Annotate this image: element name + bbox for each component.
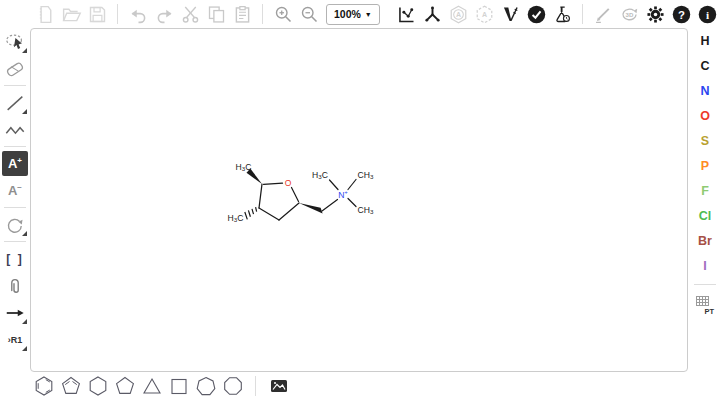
rotate-tool[interactable]	[2, 212, 28, 237]
bond-n-ch3-botright[interactable]	[348, 199, 356, 207]
template-cycloheptane[interactable]	[192, 373, 219, 399]
clean-up-button[interactable]	[419, 1, 445, 27]
bond-o-c5[interactable]	[264, 183, 283, 184]
lasso-select-tool[interactable]	[2, 29, 28, 54]
template-cyclopropane[interactable]	[138, 373, 165, 399]
tool-dropdown-corner	[22, 109, 27, 114]
eraser-tool[interactable]	[2, 56, 28, 81]
rgroup-tool[interactable]: ›R1	[2, 327, 28, 352]
single-bond-tool[interactable]	[2, 90, 28, 115]
charge-minus-tool[interactable]: A−	[2, 178, 28, 203]
element-symbol: F	[701, 184, 709, 198]
attach-paperclip-icon	[4, 275, 26, 297]
help-icon: ?	[671, 4, 692, 25]
bond-n-ch3-topright[interactable]	[348, 180, 356, 190]
atom-ch3-c4[interactable]: H3C	[228, 213, 244, 224]
cut-icon	[180, 4, 201, 25]
cycloheptane-template-icon	[195, 375, 217, 397]
charge-plus-tool[interactable]: A+	[2, 151, 28, 176]
clean-up-icon	[422, 4, 443, 25]
redo-icon	[154, 4, 175, 25]
toolbar-divider	[117, 4, 118, 24]
open-button[interactable]	[58, 1, 84, 27]
element-button-i[interactable]: I	[692, 253, 718, 278]
molecule-bonds[interactable]	[259, 180, 356, 221]
zoom-level-dropdown[interactable]: 100% ▼	[326, 4, 380, 25]
element-button-h[interactable]: H	[692, 28, 718, 53]
atom-n-methyl-left[interactable]: H3C	[312, 170, 328, 181]
element-button-p[interactable]: P	[692, 153, 718, 178]
zoom-out-icon	[299, 4, 320, 25]
copy-button[interactable]	[203, 1, 229, 27]
zoom-in-button[interactable]	[270, 1, 296, 27]
calculated-values-button[interactable]	[549, 1, 575, 27]
element-symbol: P	[701, 159, 709, 173]
bold-wedge-c2-ch2[interactable]	[299, 203, 323, 213]
element-symbol: Br	[698, 234, 712, 248]
template-cyclooctane[interactable]	[219, 373, 246, 399]
chain-tool[interactable]	[2, 117, 28, 142]
atom-n-methyl-topright[interactable]: CH3	[358, 170, 374, 181]
atom-ch3-c5[interactable]: H3C	[236, 162, 252, 173]
hashed-wedge-c4-methyl[interactable]	[245, 207, 257, 219]
3d-viewer-button[interactable]	[590, 1, 616, 27]
about-glyph: i	[705, 8, 708, 20]
undo-button[interactable]	[125, 1, 151, 27]
sgroup-tool[interactable]: [ ]	[2, 246, 28, 271]
cut-button[interactable]	[177, 1, 203, 27]
toolbar-divider	[255, 376, 256, 396]
bond-c4-c5[interactable]	[259, 184, 262, 208]
element-button-br[interactable]: Br	[692, 228, 718, 253]
template-benzene[interactable]	[30, 373, 57, 399]
element-button-f[interactable]: F	[692, 178, 718, 203]
template-cyclopentane[interactable]	[111, 373, 138, 399]
left-tool-rail: A+ A− [ ] ›R1	[0, 28, 30, 353]
template-cyclopentadiene[interactable]	[57, 373, 84, 399]
element-symbol: S	[701, 134, 709, 148]
layout-button[interactable]	[393, 1, 419, 27]
copy-icon	[206, 4, 227, 25]
redo-button[interactable]	[151, 1, 177, 27]
rgroup-icon: ›R1	[8, 335, 23, 345]
dearomatize-icon: A	[474, 4, 495, 25]
template-cyclohexane[interactable]	[84, 373, 111, 399]
rotate-3d-button[interactable]: 3D	[616, 1, 642, 27]
aromatize-button[interactable]: A	[445, 1, 471, 27]
new-document-button[interactable]	[32, 1, 58, 27]
right-element-rail: H C N O S P F Cl Br I PT	[690, 28, 720, 319]
reaction-arrow-tool[interactable]	[2, 300, 28, 325]
template-cyclobutane[interactable]	[165, 373, 192, 399]
rail-divider	[4, 207, 26, 208]
periodic-table-icon: PT	[693, 293, 717, 317]
stereo-cip-button[interactable]	[497, 1, 523, 27]
bond-c2-c3[interactable]	[279, 203, 299, 220]
about-button[interactable]: i	[694, 1, 720, 27]
element-button-cl[interactable]: Cl	[692, 203, 718, 228]
atom-n-plus[interactable]: N+	[338, 189, 348, 199]
element-symbol: C	[700, 59, 709, 73]
molecule-structure[interactable]: O H3C H3C H3C CH3 CH3 N+	[225, 158, 377, 236]
rail-divider	[694, 284, 716, 285]
help-button[interactable]: ?	[668, 1, 694, 27]
attach-tool[interactable]	[2, 273, 28, 298]
bond-o-c2[interactable]	[292, 188, 299, 202]
zoom-out-button[interactable]	[296, 1, 322, 27]
bond-ch2-n[interactable]	[322, 200, 338, 212]
save-button[interactable]	[84, 1, 110, 27]
paste-button[interactable]	[229, 1, 255, 27]
template-library-button[interactable]	[265, 373, 292, 399]
bond-c3-c4[interactable]	[259, 208, 279, 220]
atom-n-methyl-botright[interactable]: CH3	[358, 205, 374, 216]
bond-n-ch3-left[interactable]	[330, 180, 339, 190]
benzene-template-icon	[33, 375, 55, 397]
check-structure-button[interactable]	[523, 1, 549, 27]
element-button-c[interactable]: C	[692, 53, 718, 78]
dearomatize-button[interactable]: A	[471, 1, 497, 27]
element-button-s[interactable]: S	[692, 128, 718, 153]
element-button-o[interactable]: O	[692, 103, 718, 128]
atom-o[interactable]: O	[285, 178, 292, 188]
element-button-n[interactable]: N	[692, 78, 718, 103]
periodic-table-button[interactable]: PT	[692, 291, 718, 319]
rotate-3d-icon: 3D	[619, 4, 640, 25]
settings-button[interactable]	[642, 1, 668, 27]
